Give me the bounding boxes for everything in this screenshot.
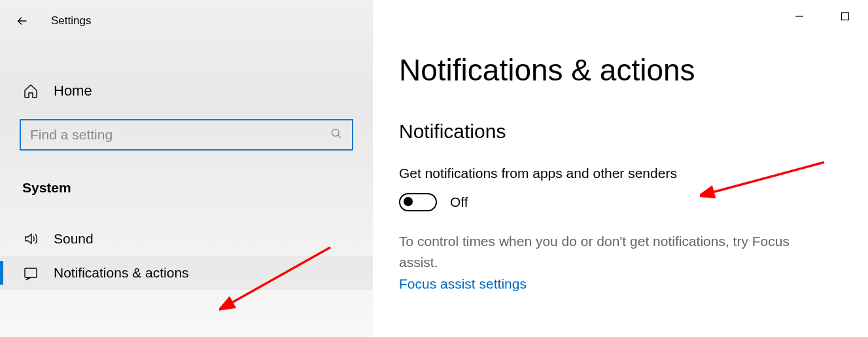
sound-icon — [22, 231, 39, 247]
category-label: System — [20, 180, 353, 196]
app-title: Settings — [51, 14, 91, 27]
home-label: Home — [54, 82, 92, 99]
section-title: Notifications — [399, 120, 829, 143]
sidebar-item-notifications[interactable]: Notifications & actions — [0, 256, 373, 290]
sidebar-home[interactable]: Home — [20, 76, 353, 119]
sidebar: Settings Home Sys — [0, 0, 373, 337]
focus-assist-link[interactable]: Focus assist settings — [399, 276, 829, 292]
search-input[interactable] — [30, 127, 330, 143]
search-box[interactable] — [20, 119, 353, 151]
toggle-label: Get notifications from apps and other se… — [399, 166, 829, 181]
svg-rect-5 — [842, 13, 849, 20]
nav-label: Sound — [54, 231, 94, 247]
notification-icon — [22, 265, 39, 281]
toggle-knob — [404, 197, 413, 206]
titlebar: Settings — [0, 7, 373, 43]
maximize-button[interactable] — [835, 7, 855, 26]
notifications-toggle[interactable] — [399, 193, 437, 211]
search-icon — [330, 127, 343, 143]
sidebar-item-sound[interactable]: Sound — [0, 222, 373, 256]
svg-line-1 — [338, 135, 341, 138]
toggle-description: To control times when you do or don't ge… — [399, 231, 829, 272]
main-content: Notifications & actions Notifications Ge… — [373, 0, 868, 337]
nav-label: Notifications & actions — [54, 265, 189, 281]
toggle-state: Off — [450, 194, 468, 210]
page-title: Notifications & actions — [399, 52, 829, 88]
back-button[interactable] — [13, 12, 31, 30]
minimize-button[interactable] — [790, 7, 809, 26]
window-controls — [790, 7, 855, 26]
svg-point-0 — [332, 129, 339, 136]
svg-rect-2 — [25, 268, 37, 277]
home-icon — [22, 83, 39, 99]
